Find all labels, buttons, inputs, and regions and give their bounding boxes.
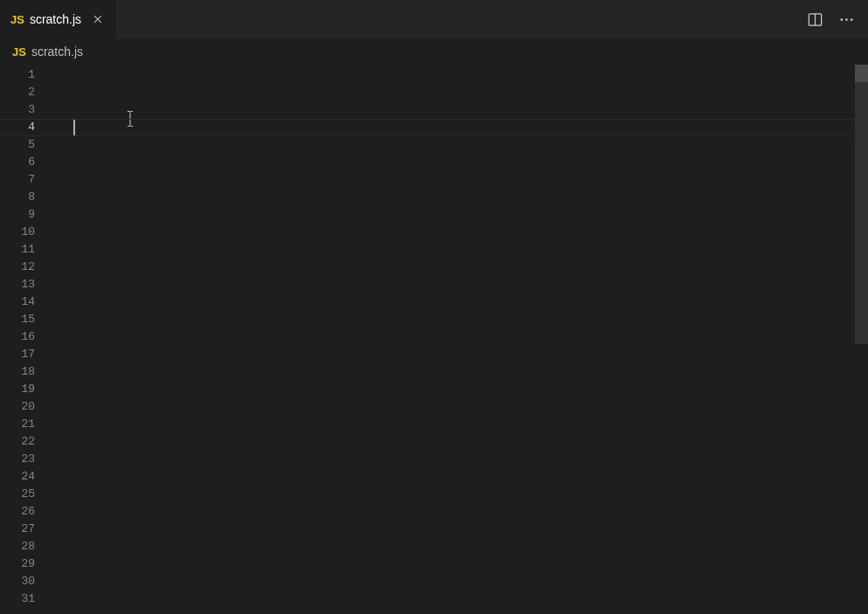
code-line[interactable] (58, 468, 868, 486)
code-line[interactable] (58, 154, 868, 171)
breadcrumb-bar[interactable]: JS scratch.js (0, 38, 868, 65)
split-editor-icon (807, 11, 823, 28)
line-number[interactable]: 20 (0, 398, 58, 416)
code-line[interactable] (58, 136, 868, 154)
js-file-icon: JS (12, 45, 26, 59)
code-line[interactable] (58, 363, 868, 381)
code-line[interactable] (58, 433, 868, 451)
close-icon (92, 13, 104, 25)
line-number[interactable]: 4 (0, 119, 58, 136)
code-line[interactable] (58, 101, 868, 119)
breadcrumb-filename: scratch.js (31, 45, 83, 59)
code-line[interactable] (58, 293, 868, 311)
text-cursor-caret (73, 120, 75, 135)
line-number[interactable]: 8 (0, 189, 58, 206)
scrollbar-thumb-top[interactable] (855, 65, 868, 82)
code-line[interactable] (58, 416, 868, 433)
editor-area: 1234567891011121314151617181920212223242… (0, 65, 868, 614)
mouse-ibeam-cursor (126, 110, 134, 131)
code-line[interactable] (58, 590, 868, 608)
code-line[interactable] (58, 66, 868, 84)
code-line[interactable] (58, 84, 868, 101)
svg-point-6 (850, 18, 852, 21)
line-number[interactable]: 16 (0, 328, 58, 346)
close-tab-button[interactable] (90, 11, 106, 27)
code-text-area[interactable] (58, 65, 868, 614)
code-line[interactable] (58, 119, 868, 136)
code-line[interactable] (58, 398, 868, 416)
vertical-scrollbar[interactable] (855, 65, 868, 614)
code-line[interactable] (58, 206, 868, 224)
code-line[interactable] (58, 521, 868, 538)
scrollbar-track-section (855, 82, 868, 344)
ellipsis-icon (838, 11, 855, 28)
line-number[interactable]: 13 (0, 276, 58, 293)
line-number[interactable]: 15 (0, 311, 58, 328)
js-file-icon: JS (10, 13, 24, 26)
code-line[interactable] (58, 224, 868, 241)
line-number[interactable]: 29 (0, 555, 58, 573)
code-line[interactable] (58, 259, 868, 276)
line-number[interactable]: 30 (0, 573, 58, 590)
line-number[interactable]: 7 (0, 171, 58, 189)
more-actions-button[interactable] (837, 10, 856, 29)
line-number[interactable]: 18 (0, 363, 58, 381)
code-line[interactable] (58, 503, 868, 521)
line-number[interactable]: 10 (0, 224, 58, 241)
line-number[interactable]: 23 (0, 451, 58, 468)
code-line[interactable] (58, 486, 868, 503)
line-number[interactable]: 28 (0, 538, 58, 555)
line-number[interactable]: 31 (0, 590, 58, 608)
code-line[interactable] (58, 555, 868, 573)
tab-bar-actions (805, 10, 868, 29)
line-number[interactable]: 5 (0, 136, 58, 154)
file-tab[interactable]: JS scratch.js (0, 0, 116, 38)
code-line[interactable] (58, 171, 868, 189)
tab-filename: scratch.js (30, 12, 81, 26)
tab-bar: JS scratch.js (0, 0, 868, 38)
line-number[interactable]: 19 (0, 381, 58, 398)
line-number[interactable]: 14 (0, 293, 58, 311)
line-number-gutter[interactable]: 1234567891011121314151617181920212223242… (0, 65, 58, 614)
line-number[interactable]: 21 (0, 416, 58, 433)
line-number[interactable]: 1 (0, 66, 58, 84)
line-number[interactable]: 3 (0, 101, 58, 119)
line-number[interactable]: 24 (0, 468, 58, 486)
line-number[interactable]: 22 (0, 433, 58, 451)
code-line[interactable] (58, 276, 868, 293)
code-line[interactable] (58, 189, 868, 206)
code-line[interactable] (58, 241, 868, 259)
line-number[interactable]: 17 (0, 346, 58, 363)
line-number[interactable]: 26 (0, 503, 58, 521)
line-number[interactable]: 27 (0, 521, 58, 538)
code-line[interactable] (58, 381, 868, 398)
code-line[interactable] (58, 328, 868, 346)
line-number[interactable]: 25 (0, 486, 58, 503)
code-line[interactable] (58, 573, 868, 590)
line-number[interactable]: 6 (0, 154, 58, 171)
line-number[interactable]: 12 (0, 259, 58, 276)
svg-point-5 (845, 18, 848, 21)
line-number[interactable]: 11 (0, 241, 58, 259)
line-number[interactable]: 9 (0, 206, 58, 224)
code-line[interactable] (58, 451, 868, 468)
code-line[interactable] (58, 311, 868, 328)
split-editor-button[interactable] (805, 10, 824, 29)
line-number[interactable]: 2 (0, 84, 58, 101)
code-line[interactable] (58, 538, 868, 555)
svg-point-4 (840, 18, 843, 21)
code-line[interactable] (58, 346, 868, 363)
